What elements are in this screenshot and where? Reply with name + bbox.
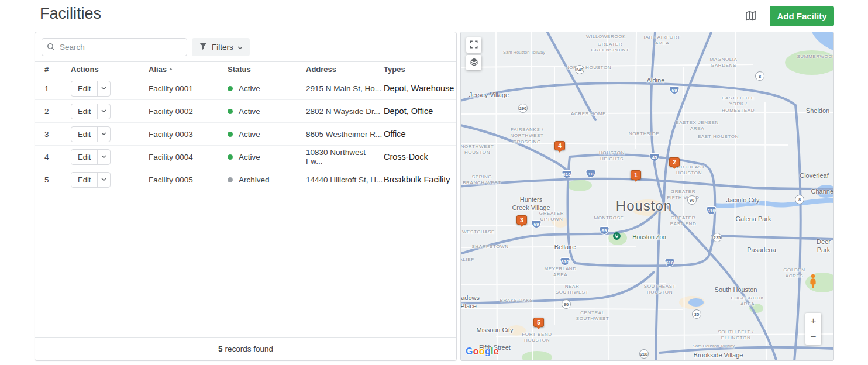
col-alias[interactable]: Alias [149, 65, 228, 74]
edit-button[interactable]: Edit [71, 172, 111, 188]
col-actions: Actions [71, 65, 149, 74]
map-label: Cloverleaf [800, 171, 829, 180]
edit-button[interactable]: Edit [71, 81, 111, 97]
facility-marker-4[interactable]: 4 [554, 141, 565, 150]
facility-address: 10830 Northwest Fw... [306, 148, 384, 166]
map-label: EAST HOUSTON [698, 134, 739, 140]
table-row[interactable]: 5 Edit Facility 0005 Archived 14440 Hill… [35, 168, 456, 191]
row-number: 1 [44, 84, 71, 93]
facility-marker-5[interactable]: 5 [533, 318, 544, 327]
status-label: Active [239, 84, 260, 93]
col-alias-label: Alias [149, 65, 167, 74]
edit-dropdown-caret[interactable] [97, 81, 110, 96]
map-label: NORTH HOUSTON [566, 65, 611, 71]
facility-alias[interactable]: Facility 0004 [149, 153, 228, 161]
chevron-down-icon [237, 43, 243, 51]
edit-label: Edit [71, 104, 97, 119]
map-label: Pasadena [747, 246, 776, 254]
edit-dropdown-caret[interactable] [97, 173, 110, 187]
table-row[interactable]: 3 Edit Facility 0003 Active 8605 Westhei… [35, 123, 456, 146]
map-overlays: WILLOWBROOKGREATER GREENSPOINTIAH / AIRP… [461, 32, 833, 360]
facility-address: 2802 N Wayside Dr... [306, 107, 384, 116]
map-label: SOUTHEAST HOUSTON [644, 284, 676, 296]
map-label: Hunters Creek Village [512, 195, 550, 212]
map-label: BRAYS OAKS [500, 298, 533, 304]
table-toolbar: Filters [35, 32, 456, 61]
layers-icon [470, 57, 478, 68]
map-label: WILLOWBROOK [586, 34, 626, 40]
google-logo: Google [466, 346, 499, 357]
edit-button[interactable]: Edit [71, 126, 111, 142]
map-label: FAIRBANKS / NORTHWEST CROSSING [511, 127, 544, 145]
record-count: 5 [218, 345, 223, 353]
table-row[interactable]: 1 Edit Facility 0001 Active 2915 N Main … [35, 77, 456, 100]
layers-button[interactable] [466, 55, 481, 70]
zoom-out-button[interactable]: − [805, 329, 821, 345]
status-label: Active [239, 153, 260, 161]
road-shield: 90 [562, 299, 571, 309]
table-header: # Actions Alias Status Address Types [35, 61, 456, 77]
status-dot [228, 86, 233, 91]
pegman-icon[interactable] [809, 274, 817, 291]
add-facility-button[interactable]: Add Facility [770, 6, 834, 26]
map-label: GREATER GREENSPOINT [591, 42, 629, 54]
page-title: Facilities [40, 5, 101, 23]
facility-marker-3[interactable]: 3 [516, 215, 527, 225]
search-input[interactable] [42, 38, 187, 56]
table-row[interactable]: 2 Edit Facility 0002 Active 2802 N Waysi… [35, 100, 456, 123]
map-label: Sam Houston Tollway [503, 50, 545, 56]
row-number: 5 [44, 175, 71, 184]
map-label: EASTEX-JENSEN AREA [676, 120, 719, 132]
map-label: Jacinto City [726, 196, 760, 204]
zoom-control: + − [805, 313, 821, 345]
fullscreen-icon [470, 40, 478, 50]
map-label: NORTHWEST HOUSTON [461, 144, 494, 156]
table-row[interactable]: 4 Edit Facility 0004 Active 10830 Northw… [35, 146, 456, 168]
edit-dropdown-caret[interactable] [97, 104, 110, 119]
map-label: EDGEBROOK AREA [731, 295, 764, 308]
edit-button[interactable]: Edit [71, 149, 111, 165]
road-shield: 8 [755, 71, 764, 81]
map-panel[interactable]: WILLOWBROOKGREATER GREENSPOINTIAH / AIRP… [460, 32, 834, 361]
road-shield: 610 [665, 259, 675, 267]
facility-marker-1[interactable]: 1 [631, 170, 641, 180]
sort-asc-icon[interactable] [168, 65, 173, 74]
map-label: eadows Place [460, 294, 480, 311]
map-label: SUMMERWOOD [797, 54, 834, 60]
map-label: NORTHSIDE [629, 131, 659, 137]
facility-address: 14440 Hillcroft St, H... [306, 175, 384, 184]
map-label: Channelview [811, 187, 834, 195]
road-shield: 225 [712, 233, 722, 242]
map-label: Aldine [647, 76, 665, 84]
edit-dropdown-caret[interactable] [97, 127, 110, 142]
fullscreen-button[interactable] [466, 37, 481, 53]
edit-button[interactable]: Edit [71, 104, 111, 119]
map-view-button[interactable] [742, 7, 760, 26]
facility-address: 8605 Westheimer R... [306, 130, 384, 139]
search-icon [46, 42, 56, 54]
table-body: 1 Edit Facility 0001 Active 2915 N Main … [35, 77, 456, 191]
road-shield: 90 [687, 195, 697, 205]
status-label: Archived [239, 175, 270, 184]
facility-alias[interactable]: Facility 0005 [149, 175, 228, 184]
facility-address: 2915 N Main St, Ho... [306, 84, 384, 93]
facility-alias[interactable]: Facility 0001 [149, 84, 228, 93]
col-types: Types [384, 65, 456, 74]
road-shield: 610 [560, 257, 570, 266]
edit-dropdown-caret[interactable] [97, 150, 110, 164]
facility-marker-2[interactable]: 2 [669, 157, 680, 167]
zoom-in-button[interactable]: + [805, 313, 821, 329]
status-dot [228, 154, 233, 160]
road-shield: 69 [600, 226, 609, 235]
map-label: NEAR SOUTHWEST [556, 284, 589, 296]
filters-button[interactable]: Filters [192, 38, 250, 56]
facility-alias[interactable]: Facility 0002 [149, 107, 228, 116]
map-label: South Houston [715, 285, 757, 294]
facility-alias[interactable]: Facility 0003 [149, 130, 228, 139]
zoo-icon [613, 232, 621, 240]
edit-label: Edit [71, 150, 97, 164]
map-label: Sam Houston Tollway [693, 343, 735, 349]
map-label: EAST LITTLE YORK / HOMESTEAD [722, 95, 755, 113]
col-status: Status [228, 65, 306, 74]
map-label: ALIEF [460, 257, 474, 263]
